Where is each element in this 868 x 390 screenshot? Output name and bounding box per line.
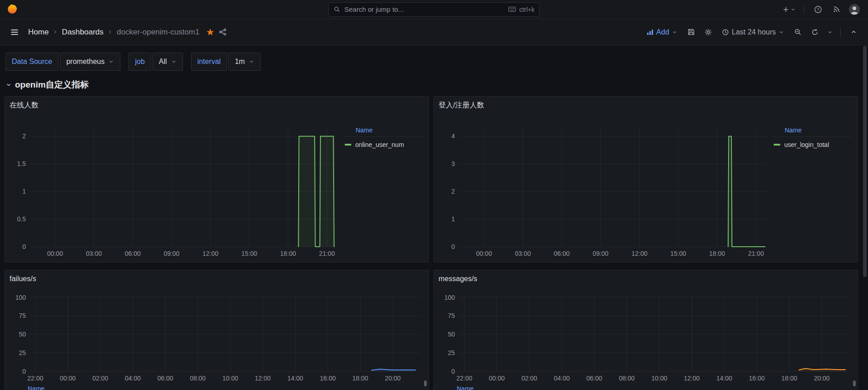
collapse-toolbar-button[interactable]: [846, 25, 861, 39]
svg-text:0.5: 0.5: [17, 215, 26, 223]
legend-name-header[interactable]: Name: [28, 385, 424, 390]
clock-icon: [722, 29, 729, 36]
chevron-down-icon: [5, 82, 12, 88]
svg-text:08:00: 08:00: [619, 375, 635, 382]
refresh-button[interactable]: [808, 25, 822, 39]
dashboard-toolbar: Home Dashboards docker-openim-custom1 ★ …: [0, 19, 868, 45]
svg-text:25: 25: [448, 349, 455, 356]
svg-text:1: 1: [22, 188, 26, 195]
timeseries-chart[interactable]: 00:0003:0006:0009:0012:0015:0018:0021:00…: [10, 112, 340, 259]
dashboard-settings-button[interactable]: [701, 25, 715, 39]
page-scrollbar-thumb[interactable]: [863, 46, 867, 277]
new-button[interactable]: [780, 2, 798, 17]
timeseries-chart[interactable]: 22:0000:0002:0004:0006:0008:0010:0012:00…: [10, 285, 425, 383]
time-range-picker[interactable]: Last 24 hours: [718, 24, 788, 40]
series-color-marker: [345, 144, 351, 146]
panel-login-register: 登入/注册人数 00:0003:0006:0009:0012:0015:0018…: [434, 96, 858, 263]
mega-menu-toggle[interactable]: [7, 25, 22, 39]
rss-icon: [833, 5, 840, 13]
panel-failures: failues/s 22:0000:0002:0004:0006:0008:00…: [5, 270, 429, 390]
breadcrumb-home[interactable]: Home: [28, 28, 49, 37]
legend-label: user_login_total: [784, 141, 829, 148]
timeseries-chart[interactable]: 22:0000:0002:0004:0006:0008:0010:0012:00…: [439, 285, 854, 383]
refresh-interval-caret[interactable]: [825, 25, 835, 39]
svg-text:21:00: 21:00: [319, 250, 335, 257]
keyboard-icon: [508, 6, 516, 12]
breadcrumb: Home Dashboards docker-openim-custom1: [28, 28, 199, 37]
panel-title[interactable]: failues/s: [10, 273, 424, 285]
svg-text:10:00: 10:00: [651, 375, 667, 382]
svg-text:21:00: 21:00: [748, 250, 764, 257]
save-dashboard-button[interactable]: [684, 25, 698, 39]
top-navigation-bar: Search or jump to... ctrl+k ?: [0, 0, 868, 19]
chevron-down-icon: [827, 29, 833, 35]
panel-title[interactable]: messages/s: [439, 273, 853, 285]
search-input[interactable]: Search or jump to... ctrl+k: [329, 2, 540, 17]
zoom-out-time-button[interactable]: [790, 25, 805, 39]
interval-select[interactable]: 1m: [228, 53, 261, 71]
svg-text:18:00: 18:00: [781, 375, 797, 382]
legend-item[interactable]: user_login_total: [772, 141, 851, 148]
svg-text:75: 75: [19, 312, 26, 319]
svg-text:04:00: 04:00: [554, 375, 570, 382]
svg-text:12:00: 12:00: [631, 250, 647, 257]
svg-text:0: 0: [451, 368, 455, 375]
panel-scrollbar-thumb[interactable]: [424, 380, 427, 386]
chevron-right-icon: [107, 29, 113, 35]
panel-title[interactable]: 在线人数: [10, 99, 424, 112]
svg-text:06:00: 06:00: [158, 375, 173, 382]
svg-text:22:00: 22:00: [456, 375, 472, 382]
divider: [804, 5, 804, 14]
chevron-up-icon: [850, 29, 857, 35]
chevron-down-icon: [108, 59, 114, 64]
svg-text:50: 50: [19, 331, 26, 338]
job-select[interactable]: All: [153, 53, 183, 71]
svg-text:2: 2: [22, 132, 26, 140]
svg-text:02:00: 02:00: [521, 375, 537, 382]
user-profile-button[interactable]: [847, 2, 862, 17]
grafana-logo[interactable]: [6, 4, 18, 15]
graph-bar-icon: [646, 29, 654, 36]
svg-text:09:00: 09:00: [163, 250, 179, 257]
gear-icon: [704, 28, 712, 36]
svg-text:4: 4: [451, 132, 455, 140]
panel-scrollbar-thumb[interactable]: [853, 380, 856, 386]
add-button[interactable]: Add: [643, 24, 681, 40]
svg-text:25: 25: [19, 349, 26, 356]
news-button[interactable]: [829, 2, 843, 17]
panel-online-users: 在线人数 00:0003:0006:0009:0012:0015:0018:00…: [5, 96, 429, 263]
save-icon: [687, 28, 695, 36]
svg-text:00:00: 00:00: [476, 250, 492, 257]
svg-text:18:00: 18:00: [352, 375, 368, 382]
zoom-out-icon: [794, 28, 802, 36]
share-dashboard-button[interactable]: [219, 28, 227, 36]
panel-title[interactable]: 登入/注册人数: [439, 99, 853, 112]
legend-item[interactable]: online_user_num: [343, 141, 422, 148]
legend-name-header[interactable]: Name: [343, 127, 422, 137]
favorite-star-button[interactable]: ★: [206, 27, 214, 37]
section-title: openim自定义指标: [15, 79, 89, 91]
variable-data-source: Data Source prometheus: [5, 53, 120, 71]
svg-text:3: 3: [451, 160, 455, 167]
share-icon: [219, 28, 227, 36]
chevron-down-icon: [249, 59, 254, 64]
svg-text:06:00: 06:00: [587, 375, 602, 382]
legend-name-header[interactable]: Name: [772, 127, 851, 137]
dashboard-variables: Data Source prometheus job All interval …: [0, 45, 868, 71]
legend-label: online_user_num: [355, 141, 404, 148]
svg-text:16:00: 16:00: [749, 375, 764, 382]
data-source-select[interactable]: prometheus: [60, 53, 121, 71]
breadcrumb-dashboards[interactable]: Dashboards: [62, 28, 104, 37]
chevron-right-icon: [52, 29, 58, 35]
svg-text:04:00: 04:00: [125, 375, 141, 382]
svg-text:08:00: 08:00: [190, 375, 206, 382]
help-button[interactable]: ?: [811, 2, 825, 17]
variable-interval: interval 1m: [191, 53, 261, 71]
row-section-toggle[interactable]: openim自定义指标: [0, 71, 868, 91]
svg-text:15:00: 15:00: [242, 250, 257, 257]
timeseries-chart[interactable]: 00:0003:0006:0009:0012:0015:0018:0021:00…: [439, 112, 769, 259]
chart-legend: Name online_user_num: [340, 112, 424, 259]
svg-text:14:00: 14:00: [287, 375, 303, 382]
legend-name-header[interactable]: Name: [457, 385, 853, 390]
search-icon: [334, 6, 340, 13]
